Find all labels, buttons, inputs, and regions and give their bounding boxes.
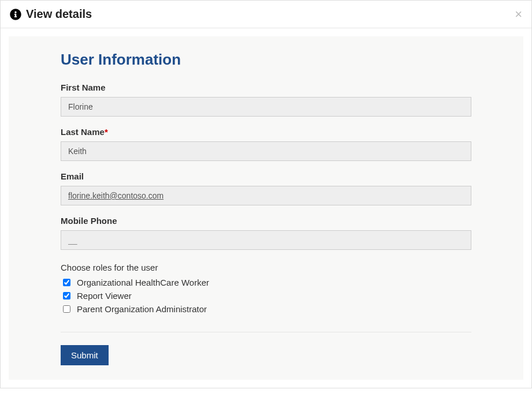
email-label: Email [61,171,471,181]
first-name-input[interactable] [61,97,471,117]
role-label-0: Organizational HealthCare Worker [77,278,209,287]
role-checkbox-parent-org-admin[interactable] [63,305,70,313]
last-name-label-text: Last Name [61,127,105,137]
mobile-phone-input[interactable] [61,230,471,250]
first-name-label: First Name [61,83,471,92]
last-name-group: Last Name* [61,127,471,161]
section-title: User Information [61,51,471,69]
email-group: Email [61,171,471,205]
role-row-2: Parent Organization Administrator [61,304,471,315]
mobile-phone-group: Mobile Phone [61,216,471,250]
role-checkbox-org-healthcare-worker[interactable] [63,279,70,286]
last-name-label: Last Name* [61,127,471,137]
modal-title: View details [26,8,92,21]
user-info-panel: User Information First Name Last Name* E… [9,36,523,380]
modal-header: View details × [1,1,531,28]
info-circle-icon [10,9,21,20]
close-icon[interactable]: × [515,8,522,21]
last-name-input[interactable] [61,141,471,161]
form-divider [61,332,471,332]
mobile-phone-label: Mobile Phone [61,216,471,226]
submit-button[interactable]: Submit [61,345,109,365]
email-input[interactable] [61,186,471,205]
first-name-group: First Name [61,83,471,117]
role-row-0: Organizational HealthCare Worker [61,277,471,288]
required-star-icon: * [105,127,108,137]
modal-title-wrap: View details [10,8,92,21]
role-label-2: Parent Organization Administrator [77,304,207,314]
role-row-1: Report Viewer [61,290,471,301]
modal-body: User Information First Name Last Name* E… [1,28,531,388]
role-label-1: Report Viewer [77,291,132,301]
roles-section-label: Choose roles for the user [61,263,471,272]
view-details-modal: View details × User Information First Na… [0,0,532,388]
role-checkbox-report-viewer[interactable] [63,292,70,300]
